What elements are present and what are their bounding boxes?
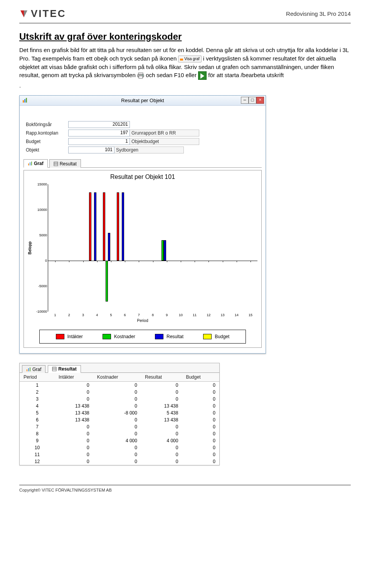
field-value[interactable]: 197 xyxy=(68,130,130,136)
svg-rect-15 xyxy=(30,367,30,371)
table-row: 10000 xyxy=(20,382,219,389)
printer-icon xyxy=(137,72,144,79)
field-value[interactable]: 101 xyxy=(68,147,114,153)
table-cell: 1 xyxy=(20,382,55,389)
table-row: 513 438-8 0005 4380 xyxy=(20,409,219,416)
svg-rect-0 xyxy=(138,73,143,74)
y-axis-label: Belopp xyxy=(28,184,34,312)
y-tick: -5000 xyxy=(38,284,47,288)
x-tick: 1 xyxy=(54,313,56,317)
table-icon xyxy=(52,367,57,371)
logo-icon xyxy=(19,9,29,19)
field-description: Sydborgen xyxy=(114,147,184,153)
table-cell: 0 xyxy=(93,451,141,458)
svg-point-3 xyxy=(142,75,143,76)
form-row: Rapp.kontoplan197Grunrapport BR o RR xyxy=(26,129,259,137)
form-row: Budget1Objektbudget xyxy=(26,137,259,146)
table-row: 20000 xyxy=(20,389,219,396)
bar-chart-icon xyxy=(28,161,32,166)
result-tabstrip: Graf Resultat xyxy=(20,363,219,373)
table-cell: 9 xyxy=(20,437,55,444)
table-cell: 0 xyxy=(93,430,141,437)
svg-rect-6 xyxy=(26,98,27,103)
bar-intäkter xyxy=(89,192,91,261)
column-header: Period xyxy=(20,373,55,382)
column-header: Resultat xyxy=(141,373,182,382)
x-tick: 13 xyxy=(220,313,224,317)
table-cell: 12 xyxy=(20,458,55,465)
tab-graf[interactable]: Graf xyxy=(24,159,48,168)
visa-graf-toolbar-icon: Visa graf xyxy=(178,56,201,63)
table-cell: 13 438 xyxy=(141,416,182,423)
legend-label: Budget xyxy=(215,334,229,339)
table-row: 613 438013 4380 xyxy=(20,416,219,423)
chart-container: Resultat per Objekt 101 Belopp -10000-50… xyxy=(24,170,262,348)
table-row: 120000 xyxy=(20,458,219,465)
legend: IntäkterKostnaderResultatBudget xyxy=(39,330,246,344)
maximize-button[interactable]: □ xyxy=(249,97,256,104)
form-row: Objekt101Sydborgen xyxy=(26,146,259,154)
x-tick: 10 xyxy=(179,313,183,317)
svg-rect-2 xyxy=(139,76,143,78)
bar-resultat xyxy=(108,233,110,261)
svg-rect-9 xyxy=(31,162,32,165)
field-value[interactable]: 201201 xyxy=(68,121,130,128)
table-cell: 0 xyxy=(141,423,182,430)
x-tick: 12 xyxy=(207,313,210,317)
table-cell: 3 xyxy=(20,396,55,403)
svg-rect-16 xyxy=(52,367,56,371)
tab-resultat[interactable]: Resultat xyxy=(49,159,81,168)
legend-label: Resultat xyxy=(166,334,183,339)
table-cell: 0 xyxy=(93,382,141,389)
table-cell: 5 438 xyxy=(141,409,182,416)
chart-icon xyxy=(180,57,183,61)
y-tick: -10000 xyxy=(36,310,47,313)
x-axis-label: Period xyxy=(28,318,257,323)
svg-rect-7 xyxy=(28,163,29,165)
table-cell: 7 xyxy=(20,423,55,430)
table-row: 110000 xyxy=(20,451,219,458)
table-cell: 0 xyxy=(182,409,219,416)
titlebar: Resultat per Objekt – □ × xyxy=(20,96,266,106)
table-cell: 0 xyxy=(182,423,219,430)
table-cell: 0 xyxy=(55,396,93,403)
bar-intäkter xyxy=(117,192,119,261)
field-description: Objektbudget xyxy=(130,138,199,145)
table-cell: 0 xyxy=(141,444,182,451)
table-cell: 13 438 xyxy=(55,416,93,423)
table-cell: 0 xyxy=(93,444,141,451)
minimize-button[interactable]: – xyxy=(241,97,249,104)
table-cell: 0 xyxy=(93,403,141,409)
table-cell: 6 xyxy=(20,416,55,423)
table-cell: 0 xyxy=(141,458,182,465)
tab-graf-2[interactable]: Graf xyxy=(22,365,45,373)
table-cell: 0 xyxy=(55,458,93,465)
field-value[interactable]: 1 xyxy=(68,138,130,145)
copyright-text: Copyright© VITEC FÖRVALTNINGSSYSTEM AB xyxy=(19,488,112,492)
y-tick: 15000 xyxy=(37,182,47,186)
window-app-icon xyxy=(22,97,28,103)
table-cell: 0 xyxy=(55,382,93,389)
x-tick: 9 xyxy=(166,313,168,317)
table-cell: 0 xyxy=(55,451,93,458)
field-label: Rapp.kontoplan xyxy=(26,130,68,136)
form-panel: Bokföringsår201201Rapp.kontoplan197Grunr… xyxy=(20,106,266,157)
column-header: Budget xyxy=(182,373,219,382)
section-heading: Utskrift av graf över konteringskoder xyxy=(19,31,351,42)
table-cell: -8 000 xyxy=(93,409,141,416)
close-button[interactable]: × xyxy=(256,97,264,104)
table-row: 904 0004 0000 xyxy=(20,437,219,444)
legend-item: Budget xyxy=(203,334,229,339)
table-cell: 11 xyxy=(20,451,55,458)
x-tick: 7 xyxy=(138,313,140,317)
text-part: och sedan F10 eller xyxy=(146,72,198,78)
x-tick: 15 xyxy=(249,313,252,317)
legend-label: Intäkter xyxy=(67,334,83,339)
table-cell: 0 xyxy=(93,423,141,430)
tab-resultat-2[interactable]: Resultat xyxy=(48,365,81,373)
y-tick: 10000 xyxy=(37,208,47,212)
bar-resultat xyxy=(122,192,124,261)
field-description: Grunrapport BR o RR xyxy=(130,130,199,136)
bar-intäkter xyxy=(103,192,105,261)
table-cell: 0 xyxy=(141,451,182,458)
